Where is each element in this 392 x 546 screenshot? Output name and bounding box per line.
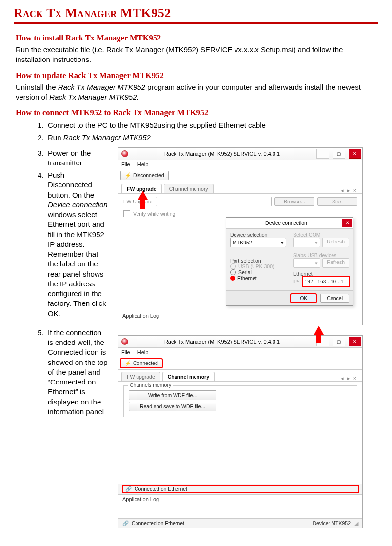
radio-serial-label: Serial: [238, 269, 252, 275]
ok-button[interactable]: OK: [291, 294, 316, 303]
menu-file[interactable]: File: [121, 162, 130, 167]
update-text: Uninstall the Rack Tx Manager MTK952 pro…: [16, 82, 378, 102]
step-2-pre: Run: [48, 133, 63, 142]
device-selection-label: Device selection: [230, 232, 286, 238]
verify-label: Verify while writing: [133, 211, 175, 217]
usb-dropdown: ▾: [293, 258, 320, 268]
step-3: Power on the transmitter: [46, 147, 108, 170]
dialog-title: Device connection: [230, 220, 342, 226]
port-selection-label: Port selection: [230, 258, 286, 263]
ip-value: 192 . 168 . 10 . 1: [305, 279, 344, 284]
connect-heading: How to connect MTK952 to Rack Tx Manager…: [16, 108, 378, 118]
step-4-pre: Push Disconnected button. On the: [48, 171, 94, 199]
step-4-em: Device connection: [48, 201, 108, 209]
title-rule: [14, 22, 378, 24]
page-title: Rack Tx Manager MTK952: [14, 6, 378, 20]
status-connected-text-footer: Connected on Ethernet: [132, 520, 184, 526]
tab-nav-arrows[interactable]: ◂ ▸ ×: [341, 187, 359, 193]
menu-help[interactable]: Help: [137, 162, 149, 167]
app-icon: [121, 338, 128, 345]
connected-label: Connected: [133, 360, 158, 366]
write-from-wdf-button[interactable]: Write from WDF file...: [129, 390, 216, 400]
connect-steps: Connect to the PC to the MTK952using the…: [16, 120, 378, 144]
com-refresh-button: Refresh: [322, 238, 349, 247]
tab-nav-arrows[interactable]: ◂ ▸ ×: [341, 375, 359, 381]
chevron-down-icon: ▾: [315, 240, 318, 245]
install-text: Run the executable file (i.e. Rack Tx Ma…: [16, 45, 378, 65]
status-left: 🔗 Connected on Ethernet: [122, 520, 313, 526]
application-log-label: Application Log: [118, 311, 362, 320]
callout-arrow-disconnected: [138, 191, 148, 200]
step-5: If the connection is ended well, the Con…: [46, 327, 108, 418]
step-1: Connect to the PC to the MTK952using the…: [46, 120, 378, 132]
callout-dot-ethernet: [230, 276, 235, 281]
read-save-wdf-button[interactable]: Read and save to WDF file...: [129, 402, 216, 411]
ip-label: IP:: [293, 279, 299, 284]
maximize-button[interactable]: ▢: [333, 337, 345, 346]
menu-file[interactable]: File: [121, 349, 130, 355]
plug-icon: ⚡: [125, 172, 131, 179]
disconnected-label: Disconnected: [133, 172, 164, 178]
step-2: Run Rack Tx Manager MTK952: [46, 132, 378, 144]
resize-grip-icon[interactable]: ◢: [354, 520, 358, 526]
radio-usb-label: USB (UPK 300): [238, 263, 274, 269]
minimize-button[interactable]: —: [316, 149, 329, 159]
update-text-em1: Rack Tx Manager MTK952: [58, 83, 145, 91]
window-title: Rack Tx Manager (MTK952) SERVICE v. 0.4.…: [131, 339, 313, 344]
usb-devices-label: Slabs USB devices: [293, 252, 349, 258]
dialog-close-button[interactable]: ✕: [342, 219, 352, 227]
device-selection-dropdown[interactable]: MTK952 ▾: [230, 238, 286, 247]
section-install: How to install Rack Tx Manager MTK952 Ru…: [14, 33, 378, 528]
application-log-label: Application Log: [118, 494, 362, 504]
connected-button[interactable]: ⚡ Connected: [120, 359, 162, 368]
window-title: Rack Tx Manager (MTK952) SERVICE v. 0.4.…: [131, 151, 313, 157]
radio-ethernet-label: Ethernet: [237, 275, 257, 281]
usb-refresh-button: Refresh: [322, 258, 349, 268]
link-icon: 🔗: [122, 520, 129, 526]
status-connected-text: Connected on Ethernet: [135, 486, 187, 492]
device-connection-dialog: Device connection ✕ Device selection MTK…: [226, 217, 353, 306]
link-icon: 🔗: [125, 486, 132, 492]
update-text-suf: .: [137, 93, 138, 101]
tab-channel-memory[interactable]: Channel memory: [162, 372, 215, 381]
com-dropdown: ▾: [293, 238, 320, 247]
start-button[interactable]: Start: [317, 197, 357, 206]
chevron-down-icon: ▾: [315, 260, 318, 266]
step-4-suf: windows select Ethernet port and fill in…: [48, 210, 106, 318]
chevron-down-icon: ▾: [281, 240, 284, 245]
cancel-button[interactable]: Cancel: [320, 294, 349, 303]
install-heading: How to install Rack Tx Manager MTK952: [16, 33, 378, 43]
browse-button[interactable]: Browse...: [274, 197, 314, 206]
ethernet-group-label: Ethernet: [293, 271, 349, 277]
radio-usb: [230, 263, 236, 269]
disconnected-button[interactable]: ⚡ Disconnected: [120, 171, 169, 180]
maximize-button[interactable]: ▢: [333, 149, 345, 159]
app-icon: [121, 150, 128, 157]
fw-path-input[interactable]: [156, 197, 272, 206]
step-4: Push Disconnected button. On the Device …: [46, 169, 108, 320]
plug-icon: ⚡: [125, 360, 131, 366]
status-connected-badge: 🔗 Connected on Ethernet: [122, 485, 358, 493]
tab-channel-memory[interactable]: Channel memory: [164, 184, 214, 193]
app-window-connected: Rack Tx Manager (MTK952) SERVICE v. 0.4.…: [118, 335, 363, 528]
callout-arrow-ok: [314, 326, 324, 335]
menu-help[interactable]: Help: [137, 349, 149, 355]
tab-fw-upgrade[interactable]: FW upgrade: [121, 372, 160, 381]
app-window-disconnected: Rack Tx Manager (MTK952) SERVICE v. 0.4.…: [118, 147, 363, 325]
verify-checkbox[interactable]: [123, 210, 130, 217]
device-selection-value: MTK952: [233, 240, 252, 245]
update-heading: How to update Rack Tx Manager MTK952: [16, 71, 378, 81]
update-text-em2: Rack Tx Manager MTK952: [49, 93, 137, 101]
channels-memory-group: Channels memory Write from WDF file... R…: [123, 385, 357, 417]
close-button[interactable]: ✕: [349, 337, 361, 346]
radio-serial[interactable]: [230, 269, 236, 275]
update-text-pre: Uninstall the: [16, 83, 58, 91]
close-button[interactable]: ✕: [349, 149, 361, 159]
select-com-label: Select COM: [293, 232, 349, 238]
step-2-em: Rack Tx Manager MTK952: [63, 133, 151, 142]
ip-input[interactable]: 192 . 168 . 10 . 1: [302, 277, 349, 286]
status-device: Device: MTK952: [313, 520, 354, 526]
channels-memory-legend: Channels memory: [128, 382, 173, 388]
